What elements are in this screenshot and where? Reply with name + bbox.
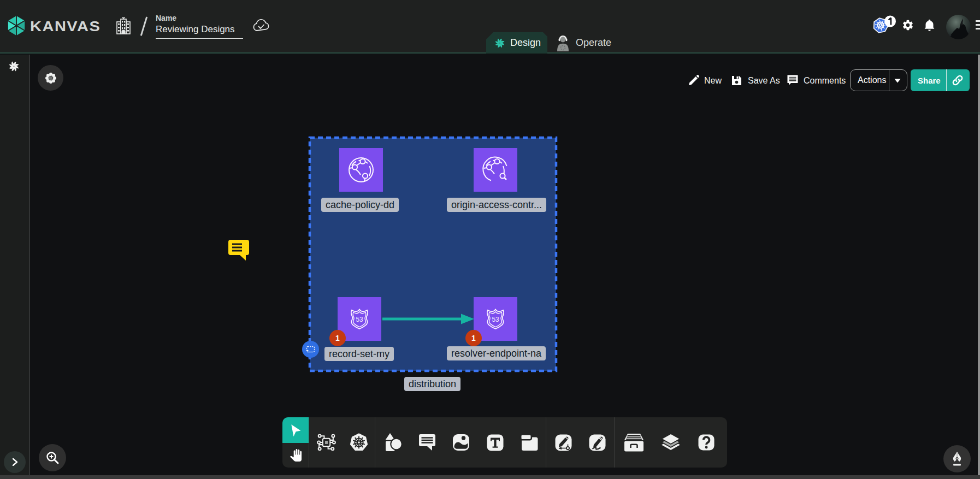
svg-text:53: 53 — [492, 316, 499, 323]
svg-text:53: 53 — [356, 316, 363, 323]
